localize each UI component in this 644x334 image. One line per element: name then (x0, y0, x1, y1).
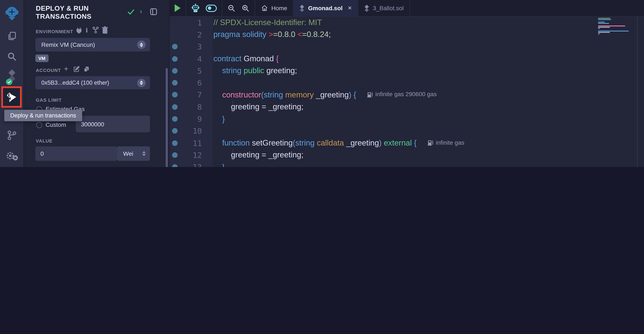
code-editor[interactable]: 1// SPDX-License-Identifier: MIT2pragma … (170, 16, 644, 167)
fork-icon[interactable] (92, 26, 99, 34)
pin-panel-icon[interactable] (150, 8, 157, 15)
home-icon (261, 5, 268, 11)
code-line[interactable]: 9 } (170, 113, 644, 125)
value-input[interactable] (35, 146, 117, 161)
solidity-file-icon (300, 4, 305, 12)
code-text: constructor(string memory _greeting) {in… (214, 90, 436, 100)
git-branch-icon[interactable] (0, 130, 24, 140)
code-line[interactable]: 12 greeting = _greeting; (170, 149, 644, 161)
icon-rail (0, 0, 24, 167)
code-line[interactable]: 3 (170, 41, 644, 53)
ai-robot-icon[interactable] (191, 3, 200, 13)
tab-home[interactable]: Home (255, 0, 294, 16)
code-line[interactable]: 2pragma solidity >=0.8.0 <=0.8.24; (170, 29, 644, 41)
code-lines: 1// SPDX-License-Identifier: MIT2pragma … (170, 16, 644, 167)
compile-success-check-icon (6, 79, 12, 85)
zoom-group (222, 0, 255, 16)
value-label: VALUE (36, 138, 52, 143)
unit-testing-icon[interactable] (0, 151, 24, 161)
sort-arrows-icon (142, 151, 146, 156)
code-text: greeting = _greeting; (214, 102, 304, 111)
code-text: function setGreeting(string calldata _gr… (214, 138, 464, 148)
line-number: 4 (170, 54, 202, 63)
collapse-chevron-icon[interactable]: › (140, 7, 142, 16)
tab-home-label: Home (271, 5, 287, 11)
zoom-out-icon[interactable] (228, 4, 236, 12)
ai-group (186, 0, 222, 16)
gas-pump-icon (367, 91, 373, 97)
sort-arrows-icon (137, 40, 146, 49)
remix-logo-icon[interactable] (0, 4, 24, 21)
tab-ballot[interactable]: 3_Ballot.sol (358, 0, 410, 16)
line-number: 5 (170, 66, 202, 75)
edit-icon[interactable] (73, 66, 80, 72)
line-number: 12 (170, 151, 202, 160)
panel-scrollbar[interactable] (166, 68, 168, 167)
environment-label: ENVIRONMENT (36, 29, 73, 34)
line-number: 6 (170, 78, 202, 87)
code-text: } (214, 114, 225, 124)
line-number: 8 (170, 102, 202, 111)
code-text: // SPDX-License-Identifier: MIT (214, 18, 322, 27)
deploy-run-panel: DEPLOY & RUN TRANSACTIONS › ENVIRONMENT … (24, 0, 170, 167)
custom-gas-input[interactable] (76, 116, 150, 132)
trash-icon[interactable] (102, 26, 108, 34)
copilot-toggle-icon[interactable] (206, 4, 217, 12)
tab-bar: Home Gmonad.sol ✕ 3_Ballot.sol (170, 0, 644, 16)
code-text: greeting = _greeting; (214, 150, 304, 160)
gas-estimate-note: infinite gas (428, 139, 464, 146)
minimap[interactable] (598, 18, 636, 39)
line-number: 2 (170, 30, 202, 39)
code-text: } (214, 162, 225, 167)
account-select[interactable]: 0x5B3...eddC4 (100 ether) (35, 76, 150, 89)
environment-select[interactable]: Remix VM (Cancun) (35, 38, 150, 51)
run-script-group (170, 0, 186, 16)
code-text: contract Gmonad { (214, 54, 279, 63)
tab-gmonad[interactable]: Gmonad.sol ✕ (294, 0, 358, 16)
account-label: ACCOUNT (36, 68, 61, 73)
editor-area: Home Gmonad.sol ✕ 3_Ballot.sol 1// SPDX-… (170, 0, 644, 167)
deploy-run-icon[interactable] (1, 86, 22, 108)
panel-title: DEPLOY & RUN TRANSACTIONS (36, 4, 125, 20)
code-line[interactable]: 1// SPDX-License-Identifier: MIT (170, 16, 644, 29)
plug-icon[interactable] (76, 27, 82, 34)
info-icon[interactable]: i (86, 27, 88, 34)
line-number: 10 (170, 127, 202, 135)
deploy-run-tooltip: Deploy & run transactions (4, 110, 82, 121)
sort-arrows-icon (137, 78, 146, 87)
gas-estimate-note: infinite gas 290600 gas (367, 91, 436, 98)
custom-gas-radio[interactable] (36, 122, 42, 128)
plus-icon[interactable]: + (64, 65, 68, 74)
code-line[interactable]: 7 constructor(string memory _greeting) {… (170, 89, 644, 101)
editor-scrollbar-strip[interactable] (637, 16, 644, 167)
gas-limit-label: GAS LIMIT (36, 97, 62, 102)
gas-pump-icon (428, 139, 433, 145)
code-line[interactable]: 13 } (170, 161, 644, 167)
close-icon[interactable]: ✕ (348, 5, 352, 11)
code-line[interactable]: 11 function setGreeting(string calldata … (170, 137, 644, 149)
tab-label: Gmonad.sol (308, 5, 343, 11)
copy-icon[interactable] (84, 66, 90, 72)
code-text: string public greeting; (214, 66, 297, 75)
code-line[interactable]: 5 string public greeting; (170, 65, 644, 77)
code-text: pragma solidity >=0.8.0 <=0.8.24; (214, 30, 331, 39)
code-line[interactable]: 4contract Gmonad { (170, 53, 644, 65)
remix-ide-window: DEPLOY & RUN TRANSACTIONS › ENVIRONMENT … (0, 0, 644, 167)
account-value: 0x5B3...eddC4 (100 ether) (41, 79, 109, 86)
search-icon[interactable] (0, 51, 24, 62)
tab-label: 3_Ballot.sol (373, 5, 404, 11)
zoom-in-icon[interactable] (242, 4, 250, 12)
value-unit: Wei (123, 150, 133, 157)
run-script-icon[interactable] (175, 4, 180, 12)
line-number: 1 (170, 18, 202, 27)
file-explorer-icon[interactable] (0, 31, 24, 41)
custom-gas-label: Custom (46, 121, 66, 128)
line-number: 13 (170, 163, 202, 167)
code-line[interactable]: 6 (170, 77, 644, 89)
environment-value: Remix VM (Cancun) (41, 41, 95, 48)
line-number: 7 (170, 90, 202, 99)
code-line[interactable]: 10 (170, 125, 644, 137)
code-line[interactable]: 8 greeting = _greeting; (170, 101, 644, 113)
value-unit-select[interactable]: Wei (117, 146, 150, 161)
vm-badge: VM (35, 54, 48, 62)
